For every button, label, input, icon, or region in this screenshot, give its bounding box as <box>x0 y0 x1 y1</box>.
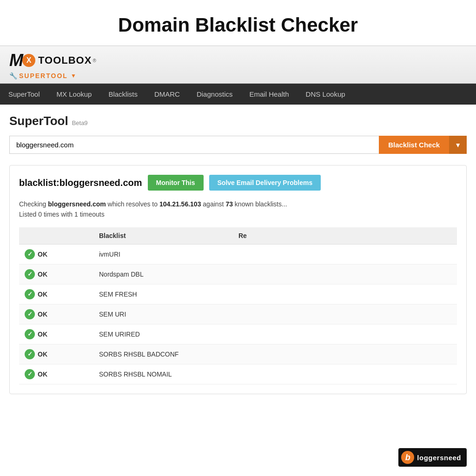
status-text: OK <box>38 291 47 298</box>
result-header: blacklist:bloggersneed.com Monitor This … <box>19 175 457 191</box>
desc-against: against <box>201 200 225 208</box>
blacklist-cell: SEM URIRED <box>93 324 233 344</box>
blacklist-cell: SORBS RHSBL NOMAIL <box>93 364 233 384</box>
ok-icon: ✓ <box>25 249 35 259</box>
logo-x-circle: X <box>22 54 35 67</box>
table-row: ✓OKSEM URIRED <box>19 324 457 344</box>
re-cell <box>233 324 457 344</box>
nav-item-mx-lookup[interactable]: MX Lookup <box>48 84 100 105</box>
supertool-heading: SuperTool Beta9 <box>9 114 467 128</box>
ok-icon: ✓ <box>25 329 35 339</box>
logo-toolbox-text: TOOLBOX <box>38 54 92 66</box>
blacklist-check-button[interactable]: Blacklist Check <box>379 136 449 154</box>
col-header-blacklist: Blacklist <box>93 227 233 245</box>
desc-prefix: Checking <box>19 200 48 208</box>
blacklist-cell: ivmURI <box>93 244 233 264</box>
status-cell: ✓OK <box>19 344 93 364</box>
supertool-heading-text: SuperTool <box>9 114 68 128</box>
result-domain-label: blacklist:bloggersneed.com <box>19 178 142 188</box>
status-cell: ✓OK <box>19 364 93 384</box>
re-cell <box>233 244 457 264</box>
logo-m-letter: M <box>9 51 23 70</box>
re-cell <box>233 284 457 304</box>
table-row: ✓OKSEM FRESH <box>19 284 457 304</box>
ok-icon: ✓ <box>25 309 35 319</box>
ok-icon: ✓ <box>25 289 35 299</box>
result-description: Checking bloggersneed.com which resolves… <box>19 199 457 220</box>
status-cell: ✓OK <box>19 304 93 324</box>
status-cell: ✓OK <box>19 264 93 284</box>
nav-item-email-health[interactable]: Email Health <box>241 84 298 105</box>
status-text: OK <box>38 271 47 278</box>
status-text: OK <box>38 331 47 338</box>
status-text: OK <box>38 350 47 358</box>
blacklist-cell: SEM URI <box>93 304 233 324</box>
status-cell: ✓OK <box>19 324 93 344</box>
desc-resolves: which resolves to <box>106 200 159 208</box>
status-text: OK <box>38 311 47 318</box>
supertool-dropdown-arrow[interactable]: ▼ <box>71 73 76 79</box>
desc-ip: 104.21.56.103 <box>159 200 201 208</box>
supertool-text: SUPERTOOL <box>19 72 68 79</box>
table-row: ✓OKSEM URI <box>19 304 457 324</box>
main-content: SuperTool Beta9 Blacklist Check ▼ blackl… <box>0 105 476 394</box>
blacklist-table: Blacklist Re ✓OKivmURI✓OKNordspam DBL✓OK… <box>19 227 457 384</box>
supertool-label[interactable]: 🔧 SUPERTOOL ▼ <box>9 72 467 79</box>
blacklist-cell: Nordspam DBL <box>93 264 233 284</box>
nav-item-supertool[interactable]: SuperTool <box>0 84 48 105</box>
nav-item-blacklists[interactable]: Blacklists <box>100 84 146 105</box>
status-text: OK <box>38 370 47 378</box>
logo-area: M X TOOLBOX ® <box>9 51 467 70</box>
solve-email-button[interactable]: Solve Email Delivery Problems <box>209 175 321 191</box>
search-input[interactable] <box>9 136 379 154</box>
desc-suffix: known blacklists... <box>233 200 287 208</box>
nav-item-dmarc[interactable]: DMARC <box>146 84 188 105</box>
desc-domain: bloggersneed.com <box>48 200 106 208</box>
status-cell: ✓OK <box>19 284 93 304</box>
ok-icon: ✓ <box>25 369 35 379</box>
blacklist-cell: SEM FRESH <box>93 284 233 304</box>
table-header-row: Blacklist Re <box>19 227 457 245</box>
re-cell <box>233 364 457 384</box>
status-cell: ✓OK <box>19 244 93 264</box>
table-row: ✓OKSORBS RHSBL NOMAIL <box>19 364 457 384</box>
beta-badge: Beta9 <box>72 119 88 126</box>
logo-registered: ® <box>93 58 96 63</box>
check-dropdown-arrow-button[interactable]: ▼ <box>449 136 467 154</box>
nav-item-dns-lookup[interactable]: DNS Lookup <box>298 84 354 105</box>
table-row: ✓OKivmURI <box>19 244 457 264</box>
re-cell <box>233 304 457 324</box>
col-header-status <box>19 227 93 245</box>
status-text: OK <box>38 251 47 258</box>
monitor-this-button[interactable]: Monitor This <box>148 175 204 191</box>
supertool-icon: 🔧 <box>9 72 17 79</box>
desc-count: 73 <box>225 200 233 208</box>
table-row: ✓OKSORBS RHSBL BADCONF <box>19 344 457 364</box>
table-row: ✓OKNordspam DBL <box>19 264 457 284</box>
nav-item-diagnostics[interactable]: Diagnostics <box>188 84 241 105</box>
re-cell <box>233 344 457 364</box>
header-bar: M X TOOLBOX ® 🔧 SUPERTOOL ▼ <box>0 46 476 84</box>
col-header-re: Re <box>233 227 457 245</box>
page-title: Domain Blacklist Checker <box>9 14 467 36</box>
result-card: blacklist:bloggersneed.com Monitor This … <box>9 165 467 394</box>
nav-bar: SuperTool MX Lookup Blacklists DMARC Dia… <box>0 84 476 105</box>
blacklist-cell: SORBS RHSBL BADCONF <box>93 344 233 364</box>
listed-line: Listed 0 times with 1 timeouts <box>19 211 105 218</box>
page-title-section: Domain Blacklist Checker <box>0 0 476 46</box>
re-cell <box>233 264 457 284</box>
logo-mx: M X <box>9 51 36 70</box>
search-bar: Blacklist Check ▼ <box>9 136 467 154</box>
ok-icon: ✓ <box>25 269 35 279</box>
ok-icon: ✓ <box>25 349 35 359</box>
